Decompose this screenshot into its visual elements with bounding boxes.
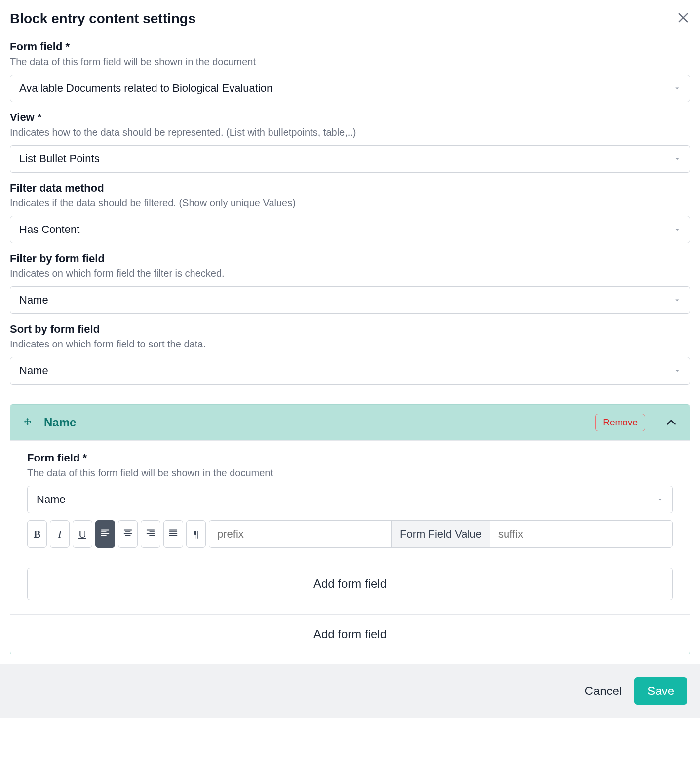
align-left-button[interactable] [95, 520, 115, 548]
caret-down-icon [673, 154, 682, 163]
paragraph-button[interactable]: ¶ [186, 520, 206, 548]
form-field-label: Form field * [10, 40, 690, 53]
save-button[interactable]: Save [634, 677, 687, 705]
add-form-field-outer-button[interactable]: Add form field [10, 614, 690, 654]
dialog-title: Block entry content settings [10, 11, 196, 27]
prefix-input[interactable] [209, 521, 391, 547]
add-form-field-inner-button[interactable]: Add form field [27, 568, 673, 600]
caret-down-icon [673, 366, 682, 375]
panel-title: Name [44, 416, 584, 429]
caret-down-icon [673, 225, 682, 234]
suffix-input[interactable] [490, 521, 672, 547]
caret-down-icon [673, 296, 682, 305]
pilcrow-icon: ¶ [194, 528, 198, 540]
align-center-icon [122, 527, 133, 541]
filter-by-value: Name [19, 294, 48, 307]
sort-by-value: Name [19, 364, 48, 377]
panel-form-field-value: Name [37, 493, 66, 506]
underline-button[interactable]: U [73, 520, 92, 548]
form-field-select[interactable]: Available Documents related to Biologica… [10, 75, 690, 102]
filter-by-select[interactable]: Name [10, 286, 690, 314]
view-desc: Indicates how to the data should be repr… [10, 127, 690, 138]
align-right-button[interactable] [141, 520, 160, 548]
collapse-button[interactable] [665, 416, 678, 429]
filter-method-select[interactable]: Has Content [10, 216, 690, 243]
align-right-icon [145, 527, 156, 541]
filter-method-value: Has Content [19, 223, 79, 236]
form-field-desc: The data of this form field will be show… [10, 56, 690, 68]
italic-button[interactable]: I [50, 520, 70, 548]
filter-by-desc: Indicates on which form field the filter… [10, 268, 690, 279]
view-label: View * [10, 111, 690, 124]
view-select[interactable]: List Bullet Points [10, 145, 690, 173]
remove-button[interactable]: Remove [595, 414, 645, 431]
filter-by-label: Filter by form field [10, 252, 690, 265]
close-icon [676, 19, 690, 26]
filter-method-desc: Indicates if the data should be filtered… [10, 197, 690, 209]
bold-button[interactable]: B [27, 520, 47, 548]
form-field-value-label: Form Field Value [391, 521, 490, 547]
close-button[interactable] [676, 11, 690, 25]
filter-method-label: Filter data method [10, 182, 690, 194]
sort-by-label: Sort by form field [10, 323, 690, 336]
sort-by-select[interactable]: Name [10, 357, 690, 384]
form-field-value: Available Documents related to Biologica… [19, 82, 272, 95]
panel-form-field-desc: The data of this form field will be show… [27, 467, 673, 479]
move-icon[interactable] [22, 417, 33, 428]
panel-form-field-select[interactable]: Name [27, 486, 673, 513]
align-center-button[interactable] [118, 520, 138, 548]
sort-by-desc: Indicates on which form field to sort th… [10, 339, 690, 350]
align-justify-button[interactable] [163, 520, 183, 548]
caret-down-icon [656, 495, 664, 504]
align-left-icon [100, 527, 111, 541]
caret-down-icon [673, 84, 682, 93]
align-justify-icon [168, 527, 179, 541]
cancel-button[interactable]: Cancel [585, 684, 622, 698]
chevron-up-icon [665, 423, 678, 430]
view-value: List Bullet Points [19, 153, 100, 165]
form-field-panel: Name Remove Form field * The data of thi… [10, 404, 690, 654]
panel-form-field-label: Form field * [27, 452, 673, 464]
